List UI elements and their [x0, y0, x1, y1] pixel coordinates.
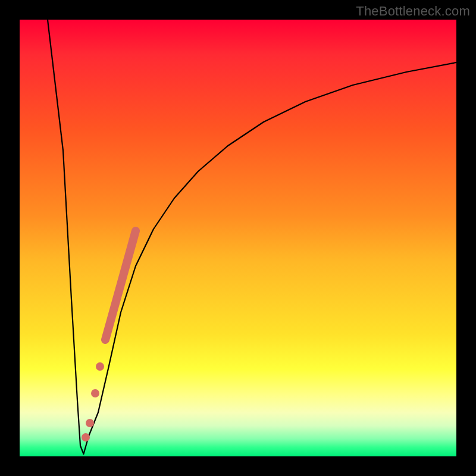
watermark-text: TheBottleneck.com: [356, 4, 470, 19]
curve-svg: [20, 20, 456, 456]
bottleneck-curve: [48, 20, 456, 454]
chart-frame: TheBottleneck.com: [0, 0, 476, 476]
overlay-dot: [82, 433, 90, 441]
overlay-dot: [96, 362, 104, 371]
overlay-segment: [105, 231, 136, 340]
plot-area: [20, 20, 456, 456]
overlay-dot: [91, 389, 99, 397]
overlay-dot: [86, 419, 94, 427]
